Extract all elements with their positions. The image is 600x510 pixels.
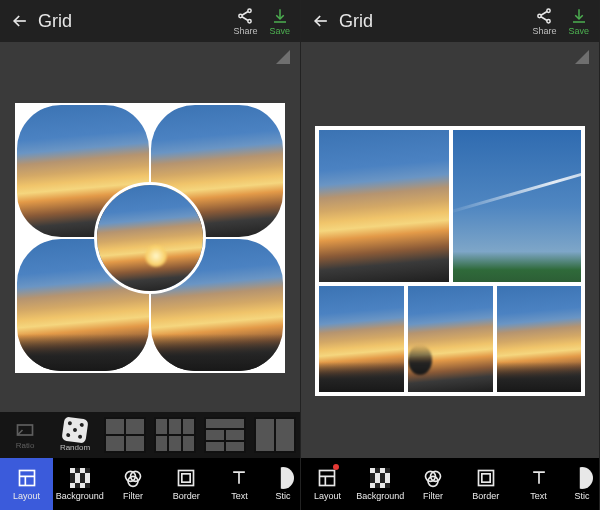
- tab-label: Stic: [276, 491, 291, 501]
- collage-canvas[interactable]: [15, 103, 285, 373]
- tab-label: Filter: [123, 491, 143, 501]
- tab-layout[interactable]: Layout: [301, 458, 354, 510]
- svg-rect-4: [19, 471, 34, 486]
- collage-canvas[interactable]: [315, 126, 585, 396]
- share-label: Share: [532, 26, 556, 36]
- canvas-area: [301, 64, 599, 458]
- tab-label: Layout: [13, 491, 40, 501]
- canvas-area: [0, 64, 300, 412]
- svg-rect-17: [179, 471, 194, 486]
- tab-filter[interactable]: Filter: [106, 458, 159, 510]
- back-button[interactable]: [307, 11, 335, 31]
- svg-rect-13: [80, 483, 85, 488]
- tab-text[interactable]: Text: [512, 458, 565, 510]
- svg-rect-25: [380, 468, 385, 473]
- collage-cell[interactable]: [497, 286, 581, 392]
- tab-text[interactable]: Text: [213, 458, 266, 510]
- random-button[interactable]: Random: [52, 414, 98, 456]
- header-actions: Share Save: [233, 7, 294, 36]
- tab-label: Background: [56, 491, 104, 501]
- svg-rect-26: [375, 478, 380, 483]
- collage-cell[interactable]: [319, 286, 404, 392]
- title-bar: Grid Share Save: [301, 0, 599, 42]
- page-title: Grid: [335, 11, 532, 32]
- svg-point-21: [547, 19, 550, 22]
- collage-cell[interactable]: [319, 130, 449, 282]
- tab-label: Border: [472, 491, 499, 501]
- tab-border[interactable]: Border: [160, 458, 213, 510]
- signal-icon: [575, 50, 589, 64]
- share-label: Share: [233, 26, 257, 36]
- random-label: Random: [60, 443, 90, 452]
- tool-tabs: Layout Background Filter Border Text Sti…: [0, 458, 300, 510]
- arrow-left-icon: [10, 11, 30, 31]
- svg-rect-28: [375, 473, 380, 478]
- tab-background[interactable]: Background: [53, 458, 106, 510]
- svg-rect-36: [482, 474, 490, 482]
- svg-rect-11: [85, 473, 90, 478]
- border-icon: [476, 468, 496, 488]
- grid-preview-icon: [154, 417, 196, 453]
- svg-rect-10: [75, 473, 80, 478]
- filter-icon: [423, 468, 443, 488]
- save-button[interactable]: Save: [269, 7, 290, 36]
- title-bar: Grid Share Save: [0, 0, 300, 42]
- border-icon: [176, 468, 196, 488]
- svg-rect-12: [70, 483, 75, 488]
- tab-label: Text: [530, 491, 547, 501]
- grid-preview-icon: [254, 417, 296, 453]
- layout-picker: Ratio Random: [0, 412, 300, 458]
- sub-bar: [301, 42, 599, 64]
- layout-option[interactable]: [252, 414, 298, 456]
- tab-label: Background: [356, 491, 404, 501]
- tool-tabs: Layout Background Filter Border Text Sti…: [301, 458, 599, 510]
- layout-option[interactable]: [152, 414, 198, 456]
- ratio-icon: [15, 420, 35, 440]
- save-label: Save: [568, 26, 589, 36]
- save-label: Save: [269, 26, 290, 36]
- layout-option[interactable]: [202, 414, 248, 456]
- svg-rect-22: [320, 471, 335, 486]
- tab-sticker[interactable]: Stic: [565, 458, 599, 510]
- tab-label: Filter: [423, 491, 443, 501]
- share-icon: [535, 7, 553, 25]
- tab-label: Border: [173, 491, 200, 501]
- collage-cell[interactable]: [408, 286, 493, 392]
- svg-rect-29: [385, 473, 390, 478]
- layout-icon: [317, 468, 337, 488]
- svg-rect-24: [370, 468, 375, 473]
- header-actions: Share Save: [532, 7, 593, 36]
- tab-background[interactable]: Background: [354, 458, 407, 510]
- text-icon: [529, 468, 549, 488]
- svg-rect-8: [75, 478, 80, 483]
- checker-icon: [370, 468, 390, 488]
- tab-layout[interactable]: Layout: [0, 458, 53, 510]
- screen-right: Grid Share Save Layout: [301, 0, 600, 510]
- tab-border[interactable]: Border: [459, 458, 512, 510]
- tab-sticker[interactable]: Stic: [266, 458, 300, 510]
- download-icon: [271, 7, 289, 25]
- collage-cell[interactable]: [453, 130, 581, 282]
- sub-bar: [0, 42, 300, 64]
- save-button[interactable]: Save: [568, 7, 589, 36]
- svg-point-20: [538, 14, 541, 17]
- svg-point-2: [248, 19, 251, 22]
- ratio-button[interactable]: Ratio: [2, 414, 48, 456]
- svg-rect-35: [478, 471, 493, 486]
- svg-rect-18: [182, 474, 190, 482]
- filter-icon: [123, 468, 143, 488]
- svg-point-1: [239, 14, 242, 17]
- svg-point-19: [547, 9, 550, 12]
- checker-icon: [70, 468, 90, 488]
- tab-filter[interactable]: Filter: [407, 458, 460, 510]
- layout-option[interactable]: [102, 414, 148, 456]
- ratio-label: Ratio: [16, 441, 35, 450]
- svg-rect-7: [80, 468, 85, 473]
- back-button[interactable]: [6, 11, 34, 31]
- collage-cell-center[interactable]: [94, 182, 206, 294]
- grid-preview-icon: [104, 417, 146, 453]
- share-button[interactable]: Share: [532, 7, 556, 36]
- share-button[interactable]: Share: [233, 7, 257, 36]
- svg-rect-30: [370, 483, 375, 488]
- download-icon: [570, 7, 588, 25]
